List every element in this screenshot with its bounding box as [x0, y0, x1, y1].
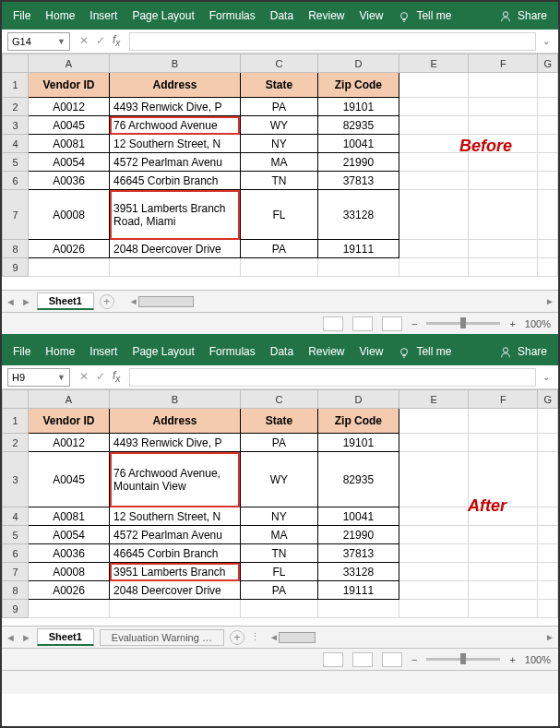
- sheet-tab[interactable]: Sheet1: [37, 628, 94, 646]
- col-header-a[interactable]: A: [28, 54, 109, 73]
- col-header-f[interactable]: F: [469, 390, 538, 409]
- ribbon-view[interactable]: View: [352, 338, 391, 365]
- cell[interactable]: [538, 240, 558, 258]
- cell-highlighted[interactable]: 76 Archwood Avenue, Mountain View: [110, 452, 241, 507]
- cancel-icon[interactable]: ✕: [79, 370, 89, 383]
- cell[interactable]: FL: [240, 563, 317, 581]
- cell[interactable]: 82935: [317, 452, 399, 507]
- ribbon-view[interactable]: View: [352, 2, 391, 30]
- cell[interactable]: [28, 600, 109, 618]
- formula-bar[interactable]: [129, 368, 536, 387]
- cell[interactable]: [538, 409, 558, 434]
- cell[interactable]: TN: [240, 544, 317, 563]
- cell[interactable]: [538, 581, 558, 600]
- cell[interactable]: [399, 507, 468, 526]
- cell[interactable]: PA: [240, 434, 317, 452]
- cell[interactable]: WY: [240, 452, 317, 507]
- cell[interactable]: [399, 600, 468, 618]
- ribbon-tellme[interactable]: Tell me: [390, 338, 459, 365]
- cell[interactable]: [110, 258, 241, 277]
- enter-icon[interactable]: ✓: [96, 370, 105, 383]
- cell[interactable]: 82935: [317, 116, 399, 135]
- cell[interactable]: FL: [240, 190, 317, 240]
- normal-view-icon[interactable]: [323, 652, 343, 667]
- ribbon-file[interactable]: File: [6, 2, 38, 30]
- cell[interactable]: [317, 258, 399, 277]
- ribbon-insert[interactable]: Insert: [82, 2, 125, 30]
- cell[interactable]: [28, 258, 109, 277]
- cell[interactable]: A0045: [28, 116, 109, 135]
- cell[interactable]: [399, 153, 468, 172]
- zoom-slider[interactable]: [426, 658, 500, 661]
- row-header[interactable]: 9: [3, 600, 29, 618]
- col-header-b[interactable]: B: [110, 54, 241, 73]
- tab-nav-next-icon[interactable]: ►: [21, 632, 31, 643]
- col-header-d[interactable]: D: [317, 390, 399, 409]
- ribbon-share[interactable]: Share: [492, 2, 554, 30]
- cell[interactable]: [399, 434, 468, 452]
- cell[interactable]: [538, 434, 558, 452]
- cell[interactable]: 4572 Pearlman Avenu: [110, 153, 241, 172]
- ribbon-home[interactable]: Home: [38, 338, 82, 365]
- cell[interactable]: A0026: [28, 240, 109, 258]
- ribbon-review[interactable]: Review: [301, 338, 351, 365]
- cell[interactable]: [240, 258, 317, 277]
- cell[interactable]: [469, 258, 538, 277]
- row-header[interactable]: 4: [3, 507, 29, 526]
- cell[interactable]: [399, 116, 468, 135]
- cell[interactable]: [399, 526, 468, 544]
- ribbon-data[interactable]: Data: [263, 2, 301, 30]
- cell[interactable]: TN: [240, 172, 317, 190]
- cell[interactable]: PA: [240, 240, 317, 258]
- cell[interactable]: [538, 172, 558, 190]
- cell[interactable]: MA: [240, 153, 317, 172]
- tab-nav-next-icon[interactable]: ►: [21, 296, 31, 307]
- cell[interactable]: [399, 73, 468, 98]
- cell[interactable]: [240, 600, 317, 618]
- col-header-f[interactable]: F: [469, 54, 538, 73]
- cell[interactable]: [538, 507, 558, 526]
- ribbon-insert[interactable]: Insert: [82, 338, 125, 365]
- col-header-e[interactable]: E: [399, 390, 468, 409]
- cell[interactable]: 2048 Deercover Drive: [110, 581, 241, 600]
- cell[interactable]: A0081: [28, 135, 109, 153]
- cell[interactable]: [469, 116, 538, 135]
- header-vendor-id[interactable]: Vendor ID: [28, 73, 109, 98]
- cell[interactable]: 10041: [317, 507, 399, 526]
- cell[interactable]: [399, 258, 468, 277]
- row-header[interactable]: 6: [3, 544, 29, 563]
- cell[interactable]: [538, 600, 558, 618]
- cell[interactable]: [538, 153, 558, 172]
- cell[interactable]: NY: [240, 135, 317, 153]
- col-header-c[interactable]: C: [240, 390, 317, 409]
- cell[interactable]: 4572 Pearlman Avenu: [110, 526, 241, 544]
- scrollbar-thumb[interactable]: [138, 296, 194, 307]
- cell[interactable]: 19111: [317, 240, 399, 258]
- cell[interactable]: 21990: [317, 526, 399, 544]
- cell[interactable]: [399, 563, 468, 581]
- formula-bar[interactable]: [129, 32, 536, 51]
- row-header[interactable]: 6: [3, 172, 29, 190]
- cell-highlighted[interactable]: 3951 Lamberts Branch Road, Miami: [110, 190, 241, 240]
- cell[interactable]: 33128: [317, 190, 399, 240]
- name-box[interactable]: G14 ▼: [7, 32, 70, 51]
- cell[interactable]: A0012: [28, 98, 109, 116]
- select-all-corner[interactable]: [3, 390, 29, 409]
- formula-expand-icon[interactable]: ⌄: [540, 372, 553, 382]
- cell[interactable]: A0081: [28, 507, 109, 526]
- cell[interactable]: [469, 190, 538, 240]
- row-header[interactable]: 5: [3, 153, 29, 172]
- cell[interactable]: 12 Southern Street, N: [110, 507, 241, 526]
- fx-icon[interactable]: fx: [113, 369, 120, 384]
- cell[interactable]: [110, 600, 241, 618]
- cell[interactable]: 21990: [317, 153, 399, 172]
- header-address[interactable]: Address: [110, 409, 241, 434]
- cell[interactable]: [538, 73, 558, 98]
- cell[interactable]: [469, 600, 538, 618]
- cancel-icon[interactable]: ✕: [79, 34, 89, 47]
- cell[interactable]: [538, 116, 558, 135]
- worksheet-before[interactable]: Before A B C D E F G 1 Vendor ID Address…: [2, 54, 558, 290]
- cell-highlighted[interactable]: 76 Archwood Avenue: [110, 116, 241, 135]
- cell[interactable]: [469, 172, 538, 190]
- col-header-c[interactable]: C: [240, 54, 317, 73]
